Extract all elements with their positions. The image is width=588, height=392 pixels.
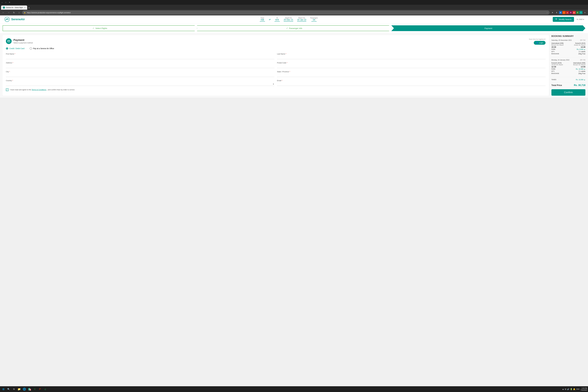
- to-label: To: [276, 17, 278, 19]
- return-label: Return On: [298, 17, 305, 19]
- state-input[interactable]: [277, 73, 546, 77]
- state-label: State / Province *: [277, 71, 546, 73]
- flight1-number: ER 724: [580, 39, 586, 41]
- last-name-input[interactable]: [277, 56, 546, 59]
- payment-titles: Payment Select a payment method: [14, 38, 33, 44]
- flight2-destination: Islamabad (ISB) Benazir Intl. Airport 13…: [573, 62, 586, 68]
- passengers-value: 04: [312, 19, 316, 22]
- flight2-to-airport: Islamabad (ISB): [573, 62, 586, 64]
- email-group: Email *: [277, 80, 546, 86]
- postal-code-input[interactable]: [277, 64, 546, 68]
- ext-icon-3[interactable]: M: [569, 11, 572, 14]
- browser-window-controls[interactable]: ─ □ ✕: [2, 2, 10, 3]
- first-name-input[interactable]: [6, 56, 274, 59]
- from-label: From: [261, 17, 264, 19]
- city-label: City *: [6, 71, 274, 73]
- flight2-origin: Karachi (KHI) Jinnah Intl. Airport 12:30: [552, 62, 563, 68]
- home-button[interactable]: ⌂: [17, 10, 21, 15]
- browser-toolbar: ← → ↻ ⌂ 🔒 https://serene-production-ezyc…: [0, 10, 588, 16]
- return-value: 10 Jan 22: [297, 19, 306, 22]
- terms-conditions-link[interactable]: Terms & Conditions: [32, 89, 46, 91]
- flight2-baggage-row: BAGGAGE 20kg Free: [552, 73, 586, 74]
- login-button[interactable]: 👤 Login: [534, 41, 546, 45]
- flight1-qty-row: QTY. 2 x adults: [552, 51, 586, 52]
- tab-favicon: [3, 6, 5, 8]
- flight-segment-1: Saturday, 25 December 2021 ER 724 Islama…: [552, 39, 586, 55]
- extension-icons: M ● ■ M ▶ G T: [559, 11, 582, 14]
- pocket-icon[interactable]: ♥: [551, 11, 554, 14]
- minimize-icon[interactable]: ─: [2, 2, 3, 3]
- radio-inner-active: [6, 48, 8, 49]
- chevron-up-icon-2: ▲: [584, 68, 586, 70]
- ext-icon-4[interactable]: ▶: [572, 11, 576, 14]
- ext-icon-5[interactable]: G: [576, 11, 579, 14]
- new-tab-button[interactable]: +: [27, 6, 31, 10]
- chevron-down-icon: ▾: [583, 18, 584, 20]
- bookmark-star-icon[interactable]: ☆: [546, 12, 548, 14]
- office-pay-label: Pay at a Serene Air Office: [33, 48, 54, 50]
- menu-icon[interactable]: ≡: [583, 11, 587, 14]
- maximize-icon[interactable]: □: [5, 2, 6, 3]
- refresh-button[interactable]: ↻: [12, 10, 16, 15]
- logo[interactable]: SereneAir: [4, 17, 25, 22]
- step-passenger-info[interactable]: ✓ Passenger Info: [197, 25, 392, 31]
- confirm-button[interactable]: Confirm: [552, 89, 586, 96]
- flight1-route: Islamabad (ISB) Benazir Intl. Airport 15…: [552, 42, 586, 48]
- terms-checkbox[interactable]: ✓: [6, 88, 8, 91]
- address-bar[interactable]: 🔒 https://serene-production-ezycommerce.…: [22, 10, 550, 15]
- address-input[interactable]: [6, 64, 274, 68]
- flight1-origin: Islamabad (ISB) Benazir Intl. Airport 15…: [552, 42, 564, 48]
- modify-search-button[interactable]: 🔍 Modify Search: [553, 17, 574, 22]
- passengers-label: Passengers: [310, 17, 318, 19]
- forward-button[interactable]: →: [6, 10, 11, 15]
- country-label: Country *: [6, 80, 274, 82]
- main-layout: Payment Select a payment method Save tim…: [0, 33, 588, 98]
- flight1-baggage-label: BAGGAGE: [552, 53, 559, 55]
- office-pay-method[interactable]: Pay at a Serene Air Office: [30, 47, 54, 50]
- email-input[interactable]: [277, 82, 546, 86]
- to-value: KHI: [274, 19, 280, 22]
- ext-icon-2[interactable]: ■: [566, 11, 569, 14]
- browser-tab-active[interactable]: Serene Air - Select flight ×: [1, 6, 27, 10]
- last-name-label: Last Name *: [277, 53, 546, 55]
- state-group: State / Province *: [277, 71, 546, 77]
- back-button[interactable]: ←: [1, 10, 6, 15]
- terms-text: I have read and agree to the Terms & Con…: [10, 88, 75, 91]
- payment-icon: [6, 38, 12, 44]
- country-select[interactable]: Pakistan United States United Kingdom: [6, 82, 274, 86]
- required-marker: *: [15, 53, 15, 55]
- credit-card-radio[interactable]: [6, 47, 8, 50]
- close-icon[interactable]: ✕: [9, 2, 10, 3]
- tab-close-button[interactable]: ×: [24, 6, 25, 8]
- summary-title: BOOKING SUMMARY: [552, 35, 586, 37]
- flight2-baggage-value: 20kg Free: [578, 73, 586, 74]
- search-params: From ISB ⇄ To KHI Depart On 25 Dec 21 Re…: [28, 17, 550, 22]
- flight2-fare-value: Rs. 10,906 ▲: [576, 68, 586, 70]
- swap-icon: ⇄: [269, 18, 270, 21]
- page-content: SereneAir From ISB ⇄ To KHI Depart On 25…: [0, 16, 588, 98]
- payment-methods: Credit / Debit Card Pay at a Serene Air …: [6, 47, 546, 50]
- check-icon-1: ✓: [93, 27, 94, 30]
- site-header: SereneAir From ISB ⇄ To KHI Depart On 25…: [0, 16, 588, 24]
- browser-titlebar: ─ □ ✕: [0, 0, 588, 5]
- ext-icon-6[interactable]: T: [580, 11, 582, 14]
- check-icon-2: ✓: [286, 27, 288, 30]
- flight1-depart-time: 15:30: [552, 46, 564, 48]
- city-input[interactable]: [6, 73, 274, 77]
- ext-icon-1[interactable]: ●: [562, 11, 566, 14]
- office-pay-radio[interactable]: [30, 47, 32, 50]
- flight1-fare-value: Rs. 8,906 ▲: [577, 48, 586, 50]
- from-value: ISB: [260, 19, 265, 22]
- currency-selector[interactable]: Rs. PKR ▾: [577, 18, 584, 20]
- browser-tab-bar: Serene Air - Select flight × +: [0, 5, 588, 10]
- payment-subtitle: Select a payment method: [14, 42, 33, 44]
- gmail-icon[interactable]: M: [559, 11, 562, 14]
- step-payment[interactable]: Payment: [391, 25, 586, 31]
- flight2-fare-label: FARE: [552, 68, 556, 70]
- credit-card-label: Credit / Debit Card: [9, 48, 24, 50]
- credit-card-method[interactable]: Credit / Debit Card: [6, 47, 24, 50]
- flight1-destination: Karachi (KHI) Jinnah Intl. Airport 14:45: [574, 42, 586, 48]
- payment-title: Payment: [14, 38, 33, 42]
- download-icon[interactable]: ⬇: [555, 11, 558, 14]
- step-select-flights[interactable]: ✓ Select Flights: [2, 25, 197, 31]
